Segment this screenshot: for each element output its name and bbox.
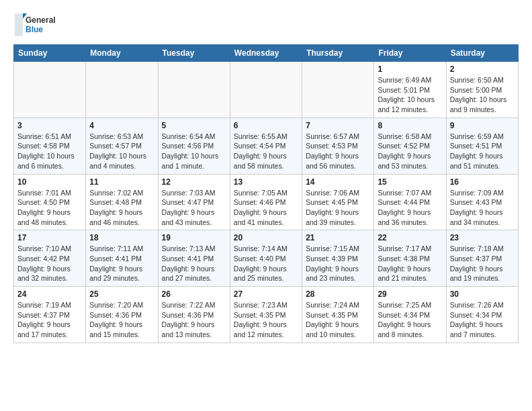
- day-cell: 13Sunrise: 7:05 AM Sunset: 4:46 PM Dayli…: [230, 174, 302, 230]
- weekday-saturday: Saturday: [446, 45, 518, 62]
- weekday-friday: Friday: [374, 45, 446, 62]
- day-cell: 5Sunrise: 6:54 AM Sunset: 4:56 PM Daylig…: [158, 118, 230, 174]
- day-cell: 3Sunrise: 6:51 AM Sunset: 4:58 PM Daylig…: [14, 118, 86, 174]
- day-cell: [158, 62, 230, 118]
- day-number: 23: [450, 233, 515, 242]
- svg-marker-2: [15, 13, 23, 36]
- day-cell: 4Sunrise: 6:53 AM Sunset: 4:57 PM Daylig…: [86, 118, 158, 174]
- day-info: Sunrise: 6:59 AM Sunset: 4:51 PM Dayligh…: [450, 132, 515, 171]
- logo-svg: General Blue: [13, 12, 60, 39]
- day-info: Sunrise: 7:01 AM Sunset: 4:50 PM Dayligh…: [17, 188, 82, 228]
- day-number: 20: [234, 233, 298, 242]
- week-row-2: 3Sunrise: 6:51 AM Sunset: 4:58 PM Daylig…: [14, 118, 519, 174]
- day-info: Sunrise: 7:09 AM Sunset: 4:43 PM Dayligh…: [450, 188, 515, 228]
- day-cell: 15Sunrise: 7:07 AM Sunset: 4:44 PM Dayli…: [374, 174, 446, 230]
- day-number: 28: [306, 289, 370, 299]
- day-info: Sunrise: 7:17 AM Sunset: 4:38 PM Dayligh…: [378, 244, 442, 283]
- day-info: Sunrise: 7:23 AM Sunset: 4:35 PM Dayligh…: [234, 300, 298, 340]
- day-info: Sunrise: 7:22 AM Sunset: 4:36 PM Dayligh…: [162, 300, 226, 340]
- day-number: 13: [234, 177, 298, 187]
- weekday-sunday: Sunday: [14, 45, 86, 62]
- day-cell: 29Sunrise: 7:25 AM Sunset: 4:34 PM Dayli…: [374, 287, 446, 343]
- day-cell: [14, 62, 86, 118]
- day-cell: [86, 62, 158, 118]
- svg-text:General: General: [26, 15, 56, 25]
- day-info: Sunrise: 6:49 AM Sunset: 5:01 PM Dayligh…: [378, 75, 442, 115]
- day-info: Sunrise: 7:15 AM Sunset: 4:39 PM Dayligh…: [306, 244, 370, 283]
- day-cell: 26Sunrise: 7:22 AM Sunset: 4:36 PM Dayli…: [158, 287, 230, 343]
- day-number: 4: [89, 121, 154, 130]
- day-cell: 18Sunrise: 7:11 AM Sunset: 4:41 PM Dayli…: [86, 230, 158, 287]
- day-info: Sunrise: 7:26 AM Sunset: 4:34 PM Dayligh…: [450, 300, 515, 340]
- day-info: Sunrise: 7:05 AM Sunset: 4:46 PM Dayligh…: [234, 188, 298, 228]
- day-cell: 7Sunrise: 6:57 AM Sunset: 4:53 PM Daylig…: [302, 118, 374, 174]
- day-number: 10: [17, 177, 82, 187]
- day-number: 30: [450, 289, 515, 299]
- day-info: Sunrise: 6:55 AM Sunset: 4:54 PM Dayligh…: [234, 132, 298, 171]
- day-info: Sunrise: 7:14 AM Sunset: 4:40 PM Dayligh…: [234, 244, 298, 283]
- day-cell: 25Sunrise: 7:20 AM Sunset: 4:36 PM Dayli…: [86, 287, 158, 343]
- day-number: 9: [450, 121, 515, 130]
- day-number: 14: [306, 177, 370, 187]
- day-number: 7: [306, 121, 370, 130]
- day-cell: 2Sunrise: 6:50 AM Sunset: 5:00 PM Daylig…: [446, 62, 518, 118]
- logo: General Blue: [13, 12, 60, 39]
- day-cell: [230, 62, 302, 118]
- day-number: 19: [162, 233, 226, 242]
- day-cell: 22Sunrise: 7:17 AM Sunset: 4:38 PM Dayli…: [374, 230, 446, 287]
- day-cell: 24Sunrise: 7:19 AM Sunset: 4:37 PM Dayli…: [14, 287, 86, 343]
- day-info: Sunrise: 7:24 AM Sunset: 4:35 PM Dayligh…: [306, 300, 370, 340]
- svg-text:Blue: Blue: [26, 25, 43, 34]
- day-cell: 27Sunrise: 7:23 AM Sunset: 4:35 PM Dayli…: [230, 287, 302, 343]
- day-cell: [302, 62, 374, 118]
- day-info: Sunrise: 7:25 AM Sunset: 4:34 PM Dayligh…: [378, 300, 442, 340]
- day-number: 11: [89, 177, 154, 187]
- calendar: SundayMondayTuesdayWednesdayThursdayFrid…: [13, 44, 519, 343]
- week-row-1: 1Sunrise: 6:49 AM Sunset: 5:01 PM Daylig…: [14, 62, 519, 118]
- day-number: 6: [234, 121, 298, 130]
- week-row-4: 17Sunrise: 7:10 AM Sunset: 4:42 PM Dayli…: [14, 230, 519, 287]
- weekday-header: SundayMondayTuesdayWednesdayThursdayFrid…: [14, 45, 519, 62]
- calendar-body: 1Sunrise: 6:49 AM Sunset: 5:01 PM Daylig…: [14, 62, 519, 343]
- page: General Blue SundayMondayTuesdayWednesda…: [0, 0, 532, 411]
- day-info: Sunrise: 7:03 AM Sunset: 4:47 PM Dayligh…: [162, 188, 226, 228]
- day-cell: 10Sunrise: 7:01 AM Sunset: 4:50 PM Dayli…: [14, 174, 86, 230]
- day-cell: 8Sunrise: 6:58 AM Sunset: 4:52 PM Daylig…: [374, 118, 446, 174]
- day-cell: 20Sunrise: 7:14 AM Sunset: 4:40 PM Dayli…: [230, 230, 302, 287]
- day-info: Sunrise: 6:54 AM Sunset: 4:56 PM Dayligh…: [162, 132, 226, 171]
- day-number: 18: [89, 233, 154, 242]
- day-info: Sunrise: 7:07 AM Sunset: 4:44 PM Dayligh…: [378, 188, 442, 228]
- day-number: 16: [450, 177, 515, 187]
- day-number: 29: [378, 289, 442, 299]
- day-info: Sunrise: 6:57 AM Sunset: 4:53 PM Dayligh…: [306, 132, 370, 171]
- day-cell: 23Sunrise: 7:18 AM Sunset: 4:37 PM Dayli…: [446, 230, 518, 287]
- header: General Blue: [13, 11, 519, 39]
- day-number: 25: [89, 289, 154, 299]
- day-cell: 9Sunrise: 6:59 AM Sunset: 4:51 PM Daylig…: [446, 118, 518, 174]
- day-number: 26: [162, 289, 226, 299]
- week-row-5: 24Sunrise: 7:19 AM Sunset: 4:37 PM Dayli…: [14, 287, 519, 343]
- day-number: 27: [234, 289, 298, 299]
- day-info: Sunrise: 7:11 AM Sunset: 4:41 PM Dayligh…: [89, 244, 154, 283]
- day-number: 2: [450, 64, 515, 74]
- weekday-wednesday: Wednesday: [230, 45, 302, 62]
- day-cell: 21Sunrise: 7:15 AM Sunset: 4:39 PM Dayli…: [302, 230, 374, 287]
- day-info: Sunrise: 7:18 AM Sunset: 4:37 PM Dayligh…: [450, 244, 515, 283]
- weekday-thursday: Thursday: [302, 45, 374, 62]
- day-cell: 17Sunrise: 7:10 AM Sunset: 4:42 PM Dayli…: [14, 230, 86, 287]
- day-info: Sunrise: 6:50 AM Sunset: 5:00 PM Dayligh…: [450, 75, 515, 115]
- day-cell: 28Sunrise: 7:24 AM Sunset: 4:35 PM Dayli…: [302, 287, 374, 343]
- day-number: 17: [17, 233, 82, 242]
- day-info: Sunrise: 7:20 AM Sunset: 4:36 PM Dayligh…: [89, 300, 154, 340]
- day-number: 8: [378, 121, 442, 130]
- day-cell: 30Sunrise: 7:26 AM Sunset: 4:34 PM Dayli…: [446, 287, 518, 343]
- day-number: 15: [378, 177, 442, 187]
- day-info: Sunrise: 7:02 AM Sunset: 4:48 PM Dayligh…: [89, 188, 154, 228]
- day-cell: 14Sunrise: 7:06 AM Sunset: 4:45 PM Dayli…: [302, 174, 374, 230]
- day-number: 3: [17, 121, 82, 130]
- day-info: Sunrise: 7:13 AM Sunset: 4:41 PM Dayligh…: [162, 244, 226, 283]
- day-info: Sunrise: 7:10 AM Sunset: 4:42 PM Dayligh…: [17, 244, 82, 283]
- day-cell: 6Sunrise: 6:55 AM Sunset: 4:54 PM Daylig…: [230, 118, 302, 174]
- day-cell: 19Sunrise: 7:13 AM Sunset: 4:41 PM Dayli…: [158, 230, 230, 287]
- day-cell: 16Sunrise: 7:09 AM Sunset: 4:43 PM Dayli…: [446, 174, 518, 230]
